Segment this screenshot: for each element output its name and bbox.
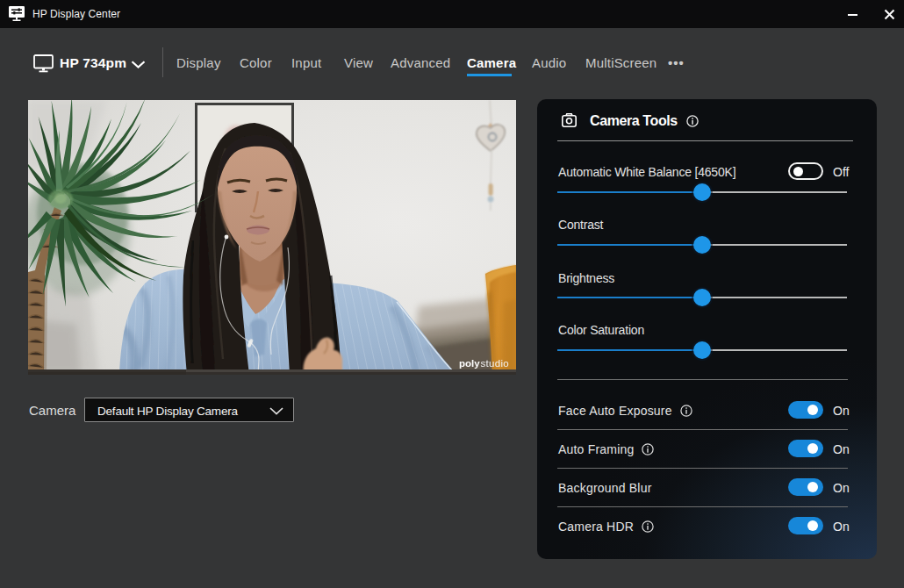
- svg-text:poly: poly: [459, 358, 480, 369]
- svg-text:studio: studio: [481, 358, 510, 369]
